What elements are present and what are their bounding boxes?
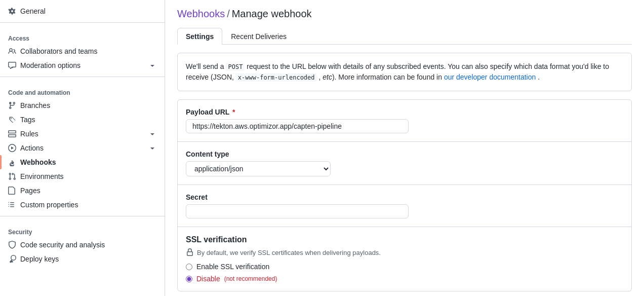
payload-url-label: Payload URL * xyxy=(186,108,623,116)
sidebar-item-pages[interactable]: Pages xyxy=(0,183,165,198)
tab-settings[interactable]: Settings xyxy=(177,28,222,45)
sidebar-item-custom-properties[interactable]: Custom properties xyxy=(0,198,165,212)
code-automation-section-label: Code and automation xyxy=(0,81,165,98)
sidebar-deploy-keys-label: Deploy keys xyxy=(20,255,59,263)
sidebar-item-webhooks[interactable]: Webhooks xyxy=(0,155,165,169)
sidebar-item-collaborators[interactable]: Collaborators and teams xyxy=(0,44,165,58)
ssl-radio-group: Enable SSL verification Disable (not rec… xyxy=(186,263,623,283)
breadcrumb-separator: / xyxy=(227,8,230,20)
tabs-container: Settings Recent Deliveries xyxy=(177,28,632,45)
ssl-enable-radio[interactable] xyxy=(186,264,192,270)
sidebar-rules-label: Rules xyxy=(20,130,38,138)
secret-input[interactable] xyxy=(186,204,409,218)
sidebar-environments-label: Environments xyxy=(20,172,64,180)
sidebar-item-tags[interactable]: Tags xyxy=(0,113,165,127)
info-code-post: POST xyxy=(226,63,245,71)
ssl-disable-label: Disable xyxy=(196,275,220,283)
info-text-3: , etc). More information can be found in xyxy=(318,73,444,81)
ssl-disable-option[interactable]: Disable (not recommended) xyxy=(186,275,623,283)
tag-icon xyxy=(8,116,16,124)
branch-icon xyxy=(8,101,16,109)
lock-icon xyxy=(186,248,194,256)
sidebar-item-general[interactable]: General xyxy=(0,4,165,18)
sidebar-item-rules[interactable]: Rules xyxy=(0,127,165,141)
chevron-down-icon xyxy=(148,61,156,69)
ssl-title: SSL verification xyxy=(186,235,623,244)
sidebar-branches-label: Branches xyxy=(20,101,50,109)
shield-icon xyxy=(8,241,16,249)
breadcrumb-link[interactable]: Webhooks xyxy=(177,8,225,20)
secret-group: Secret xyxy=(178,185,631,227)
ssl-enable-option[interactable]: Enable SSL verification xyxy=(186,263,623,271)
info-box: We'll send a POST request to the URL bel… xyxy=(177,53,632,91)
people-icon xyxy=(8,47,16,55)
sidebar-webhooks-label: Webhooks xyxy=(20,158,56,166)
sidebar-item-branches[interactable]: Branches xyxy=(0,98,165,113)
sidebar-item-general-label: General xyxy=(20,7,46,15)
sidebar-item-actions[interactable]: Actions xyxy=(0,141,165,155)
webhook-form: Payload URL * Content type application/j… xyxy=(177,99,632,291)
access-section-label: Access xyxy=(0,27,165,44)
pages-icon xyxy=(8,187,16,195)
sidebar-actions-label: Actions xyxy=(20,144,44,152)
required-indicator: * xyxy=(232,108,235,116)
rules-icon xyxy=(8,130,16,138)
sidebar-pages-label: Pages xyxy=(20,187,41,195)
ssl-desc-text: By default, we verify SSL certificates w… xyxy=(197,249,381,256)
info-code-form: x-www-form-urlencoded xyxy=(236,73,317,82)
ssl-disable-radio[interactable] xyxy=(186,276,192,282)
sidebar-custom-properties-label: Custom properties xyxy=(20,201,78,209)
key-icon xyxy=(8,255,16,263)
security-section-label: Security xyxy=(0,220,165,238)
ssl-description: By default, we verify SSL certificates w… xyxy=(186,248,623,256)
breadcrumb-current: Manage webhook xyxy=(232,8,312,20)
secret-label: Secret xyxy=(186,193,623,201)
payload-url-input[interactable] xyxy=(186,119,409,133)
custom-properties-icon xyxy=(8,201,16,209)
main-content: Webhooks / Manage webhook Settings Recen… xyxy=(165,0,644,296)
environments-icon xyxy=(8,172,16,180)
sidebar-item-deploy-keys[interactable]: Deploy keys xyxy=(0,252,165,266)
sidebar-item-environments[interactable]: Environments xyxy=(0,169,165,183)
info-text-1: We'll send a xyxy=(186,62,226,70)
sidebar-divider-2 xyxy=(0,77,165,77)
sidebar-code-security-label: Code security and analysis xyxy=(20,241,105,249)
info-text-4: . xyxy=(538,73,540,81)
sidebar: General Access Collaborators and teams M… xyxy=(0,0,165,296)
ssl-enable-label: Enable SSL verification xyxy=(196,263,269,271)
content-type-group: Content type application/json applicatio… xyxy=(178,142,631,185)
gear-icon xyxy=(8,7,16,15)
tab-recent-deliveries[interactable]: Recent Deliveries xyxy=(222,28,295,45)
chevron-down-icon-actions xyxy=(148,144,156,152)
sidebar-divider-1 xyxy=(0,22,165,23)
sidebar-collaborators-label: Collaborators and teams xyxy=(20,47,98,55)
sidebar-item-code-security[interactable]: Code security and analysis xyxy=(0,238,165,252)
content-type-select[interactable]: application/json application/x-www-form-… xyxy=(186,161,331,176)
moderation-icon xyxy=(8,61,16,69)
webhooks-icon xyxy=(8,158,16,166)
ssl-section: SSL verification By default, we verify S… xyxy=(178,227,631,291)
content-type-label: Content type xyxy=(186,150,623,158)
payload-url-group: Payload URL * xyxy=(178,100,631,142)
sidebar-divider-3 xyxy=(0,216,165,216)
sidebar-moderation-label: Moderation options xyxy=(20,61,80,69)
sidebar-tags-label: Tags xyxy=(20,116,35,124)
developer-docs-link[interactable]: our developer documentation xyxy=(444,73,536,81)
actions-icon xyxy=(8,144,16,152)
chevron-down-icon-rules xyxy=(148,130,156,138)
ssl-not-recommended: (not recommended) xyxy=(224,275,277,282)
sidebar-item-moderation[interactable]: Moderation options xyxy=(0,58,165,72)
breadcrumb: Webhooks / Manage webhook xyxy=(177,8,632,20)
